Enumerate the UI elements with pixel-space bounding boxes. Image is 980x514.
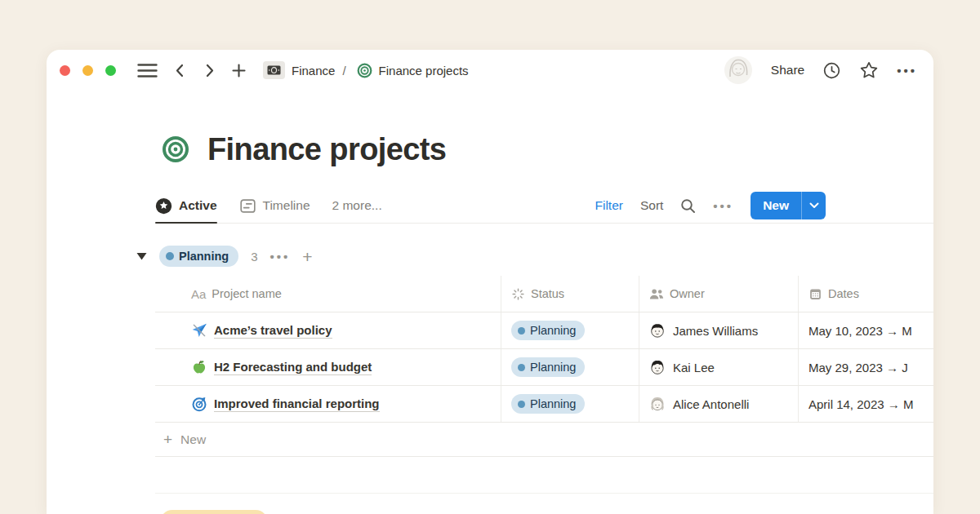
column-header-status[interactable]: Status xyxy=(501,276,639,312)
target-icon xyxy=(357,63,372,78)
tab-active[interactable]: Active xyxy=(155,188,217,223)
group-count: 3 xyxy=(251,250,257,264)
tab-label: Active xyxy=(179,198,217,213)
dates-cell[interactable]: April 14, 2023 → M xyxy=(799,386,933,422)
status-dot xyxy=(518,401,525,408)
group-status-pill[interactable]: Planning xyxy=(159,246,238,267)
column-label: Status xyxy=(531,287,564,300)
column-header-dates[interactable]: Dates xyxy=(799,276,933,312)
status-label: Planning xyxy=(530,324,576,337)
menu-icon[interactable] xyxy=(137,63,158,78)
tab-timeline[interactable]: Timeline xyxy=(239,188,310,223)
project-name-link[interactable]: H2 Forecasting and budget xyxy=(214,360,372,375)
chevron-down-icon[interactable] xyxy=(802,192,826,219)
status-dot xyxy=(166,252,174,260)
star-circle-icon xyxy=(155,197,172,215)
dates-value: May 10, 2023 → M xyxy=(808,324,912,338)
banknote-icon xyxy=(263,61,285,79)
column-header-owner[interactable]: Owner xyxy=(639,276,799,312)
view-more-icon[interactable]: ••• xyxy=(713,199,733,213)
breadcrumb: Finance / Finance projects xyxy=(263,61,469,79)
add-row-label: New xyxy=(180,432,206,447)
tab-label: 2 more... xyxy=(332,198,382,213)
group-header: Planning 3 ••• + xyxy=(136,243,313,269)
plus-icon: + xyxy=(163,432,172,447)
clock-icon[interactable] xyxy=(822,61,841,80)
view-controls: Filter Sort ••• New xyxy=(595,192,826,219)
new-button-label[interactable]: New xyxy=(751,192,801,219)
forward-icon[interactable] xyxy=(203,64,216,78)
status-pill[interactable]: Planning xyxy=(511,321,585,340)
owner-avatar xyxy=(649,396,666,412)
project-name-link[interactable]: Improved financial reporting xyxy=(214,397,380,412)
text-property-icon: Aa xyxy=(191,287,206,301)
view-tabbar: Active Timeline 2 more... Filter Sort ••… xyxy=(155,188,933,224)
search-icon[interactable] xyxy=(680,198,696,214)
new-button[interactable]: New xyxy=(751,192,826,219)
maximize-button[interactable] xyxy=(105,65,116,76)
star-icon[interactable] xyxy=(859,60,879,80)
notion-window: Finance / Finance projects Share ••• F xyxy=(47,50,933,514)
next-group-pill[interactable] xyxy=(160,510,268,514)
status-property-icon xyxy=(511,287,525,301)
status-label: Planning xyxy=(530,361,576,374)
table-row: Improved financial reporting Planning Al… xyxy=(155,386,933,423)
dates-value: May 29, 2023 → J xyxy=(808,361,908,374)
share-button[interactable]: Share xyxy=(771,63,804,78)
owner-name: Alice Antonelli xyxy=(673,397,749,411)
minimize-button[interactable] xyxy=(82,65,93,76)
dates-cell[interactable]: May 29, 2023 → J xyxy=(799,349,933,385)
owner-avatar xyxy=(649,322,666,339)
status-dot xyxy=(518,327,525,335)
more-icon[interactable]: ••• xyxy=(897,64,917,78)
column-label: Owner xyxy=(670,287,705,300)
window-titlebar: Finance / Finance projects Share ••• xyxy=(47,50,933,91)
group-name: Planning xyxy=(179,250,229,263)
column-header-project-name[interactable]: Aa Project name xyxy=(155,276,501,312)
table-header-row: Aa Project name Status Owner Dates xyxy=(155,276,933,312)
filter-button[interactable]: Filter xyxy=(595,198,622,213)
column-label: Dates xyxy=(828,287,859,300)
projects-table: Aa Project name Status Owner Dates xyxy=(155,276,933,457)
airplane-icon xyxy=(191,322,207,339)
table-row: H2 Forecasting and budget Planning Kai L… xyxy=(155,349,933,386)
people-property-icon xyxy=(649,288,664,300)
calendar-property-icon xyxy=(808,287,822,301)
page-title: Finance projects xyxy=(207,132,446,167)
column-label: Project name xyxy=(212,287,281,300)
add-row-button[interactable]: + New xyxy=(155,423,933,457)
page-icon-target[interactable] xyxy=(162,135,189,163)
status-pill[interactable]: Planning xyxy=(511,394,585,414)
back-icon[interactable] xyxy=(173,64,187,78)
avatar[interactable] xyxy=(724,55,753,85)
dates-value: April 14, 2023 → M xyxy=(808,397,913,411)
group-toggle-icon[interactable] xyxy=(136,252,147,260)
owner-cell[interactable]: Kai Lee xyxy=(639,349,799,385)
owner-cell[interactable]: James Williams xyxy=(639,312,799,348)
timeline-icon xyxy=(239,197,256,215)
blue-target-icon xyxy=(191,396,207,412)
status-dot xyxy=(518,364,525,371)
owner-avatar xyxy=(649,359,666,375)
breadcrumb-workspace[interactable]: Finance xyxy=(292,64,335,78)
section-divider xyxy=(155,493,933,494)
close-button[interactable] xyxy=(60,65,70,76)
traffic-lights xyxy=(60,65,116,76)
breadcrumb-separator-slash: / xyxy=(342,64,345,78)
table-row: Acme’s travel policy Planning James Will… xyxy=(155,312,933,349)
green-apple-icon xyxy=(191,359,207,375)
project-name-link[interactable]: Acme’s travel policy xyxy=(214,323,332,339)
owner-name: James Williams xyxy=(673,324,758,338)
group-more-icon[interactable]: ••• xyxy=(270,250,291,264)
tab-more-views[interactable]: 2 more... xyxy=(332,188,382,223)
status-label: Planning xyxy=(530,397,576,410)
new-page-icon[interactable] xyxy=(232,64,246,78)
dates-cell[interactable]: May 10, 2023 → M xyxy=(799,312,933,348)
owner-cell[interactable]: Alice Antonelli xyxy=(639,386,799,422)
group-add-icon[interactable]: + xyxy=(302,248,312,265)
sort-button[interactable]: Sort xyxy=(640,198,663,213)
owner-name: Kai Lee xyxy=(673,361,715,374)
status-pill[interactable]: Planning xyxy=(511,357,585,377)
breadcrumb-page[interactable]: Finance projects xyxy=(379,64,469,78)
tab-label: Timeline xyxy=(263,198,310,213)
